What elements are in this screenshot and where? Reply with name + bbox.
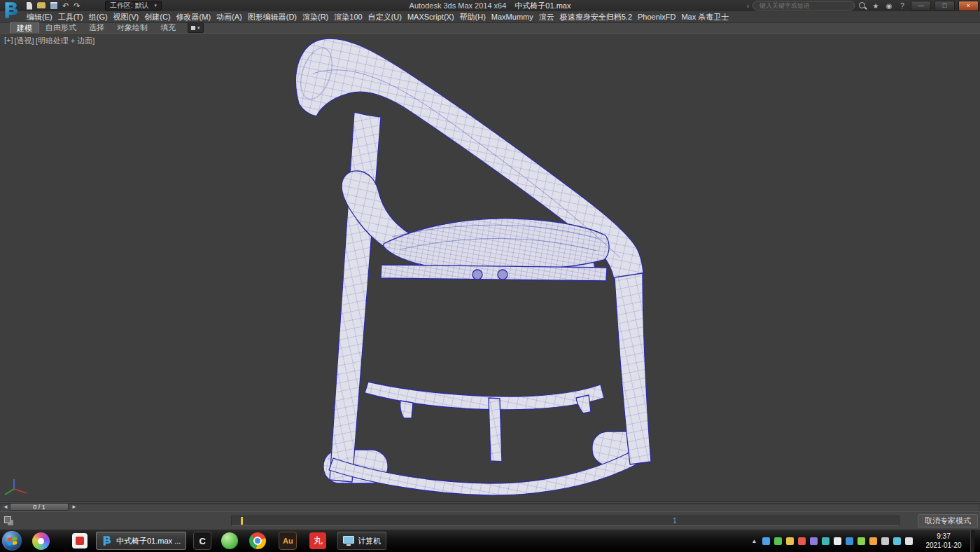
search-input[interactable] xyxy=(758,1,849,10)
document-title: 中式椅子01.max xyxy=(514,1,570,11)
help-icon[interactable]: ? xyxy=(897,2,907,10)
communication-center-icon[interactable]: ◉ xyxy=(884,2,894,10)
previous-frame-button[interactable]: ◄ xyxy=(1,503,10,511)
current-frame-marker[interactable] xyxy=(241,517,243,525)
tray-icon-13[interactable] xyxy=(905,537,913,545)
start-button[interactable] xyxy=(2,531,22,551)
menu-item-group[interactable]: 组(G) xyxy=(86,11,111,22)
chair-hook-right[interactable] xyxy=(576,395,591,413)
chair-seat[interactable] xyxy=(384,219,609,271)
open-file-icon[interactable] xyxy=(37,3,46,8)
audition-icon[interactable]: Au xyxy=(279,532,297,550)
search-icon[interactable] xyxy=(858,1,867,11)
chrome-icon[interactable] xyxy=(249,532,266,549)
clock[interactable]: 9:37 2021-01-20 xyxy=(921,532,966,550)
taskbar-item-3dsmax[interactable]: 中式椅子01.max ... xyxy=(96,532,186,550)
tray-icon-3[interactable] xyxy=(786,537,794,545)
show-desktop-button[interactable] xyxy=(970,530,974,552)
taskbar-item-label: 中式椅子01.max ... xyxy=(116,536,181,546)
tray-icon-9[interactable] xyxy=(858,537,865,545)
search-box[interactable] xyxy=(752,1,855,11)
ribbon-tab-selection[interactable]: 选择 xyxy=(83,22,111,33)
green-browser-icon[interactable] xyxy=(221,532,238,549)
tray-icon-5[interactable] xyxy=(810,537,818,545)
time-slider-handle[interactable]: 0 / 1 xyxy=(10,503,69,511)
tray-icon-2[interactable] xyxy=(774,537,782,545)
track-bar-row: 1 取消专家模式 xyxy=(0,511,980,530)
chair-back-leg[interactable] xyxy=(330,112,381,482)
tray-icon-4[interactable] xyxy=(798,537,806,545)
chair-model[interactable] xyxy=(295,39,651,495)
menu-item-maxmummy[interactable]: MaxMummy xyxy=(489,11,536,22)
ribbon-state-icon xyxy=(191,26,195,30)
chair-seat-rail[interactable] xyxy=(381,265,607,281)
menu-item-create[interactable]: 创建(C) xyxy=(141,11,173,22)
world-axis-gizmo xyxy=(3,476,34,500)
maximize-button[interactable]: □ xyxy=(934,1,955,11)
ribbon-minimize-button[interactable]: ▾ xyxy=(188,22,204,33)
tray-icon-1[interactable] xyxy=(762,537,770,545)
menu-item-slim-archive[interactable]: 极速瘦身安全归档5.2 xyxy=(557,11,635,22)
chair-wireframe-model[interactable] xyxy=(0,34,980,502)
tray-icon-10[interactable] xyxy=(869,537,877,545)
workspace-label: 工作区: 默认 xyxy=(110,1,149,11)
chair-peg-left[interactable] xyxy=(472,270,482,280)
ribbon-tab-freeform[interactable]: 自由形式 xyxy=(39,22,83,33)
menu-item-help[interactable]: 帮助(H) xyxy=(457,11,489,22)
menu-item-graph-editors[interactable]: 图形编辑器(D) xyxy=(245,11,300,22)
pill-app-icon[interactable]: 丸 xyxy=(309,532,326,549)
minimize-button[interactable]: — xyxy=(911,1,931,11)
cancel-expert-mode-button[interactable]: 取消专家模式 xyxy=(918,514,978,527)
viewport-shading-menu[interactable]: [明暗处理 + 边面] xyxy=(36,36,95,46)
menu-item-max-antivirus[interactable]: Max 杀毒卫士 xyxy=(678,11,732,22)
menu-item-maxscript[interactable]: MAXScript(X) xyxy=(405,11,457,22)
save-file-icon[interactable] xyxy=(50,2,57,9)
screen: ↶ ↷ 工作区: 默认 ▾ Autodesk 3ds Max 2014 x64 … xyxy=(0,0,980,552)
close-button[interactable]: × xyxy=(958,1,979,11)
menu-item-render100[interactable]: 渲染100 xyxy=(331,11,365,22)
viewport-pov-menu[interactable]: [透视] xyxy=(15,36,34,46)
viewport-general-menu[interactable]: [+] xyxy=(4,36,13,46)
taskbar: 中式椅子01.max ... C Au 丸 计算机 ▲ 9:37 2021-01… xyxy=(0,530,980,552)
chair-hook-left[interactable] xyxy=(400,401,413,418)
menu-item-phoenixfd[interactable]: PhoenixFD xyxy=(635,11,678,22)
menubar: 编辑(E) 工具(T) 组(G) 视图(V) 创建(C) 修改器(M) 动画(A… xyxy=(0,11,980,23)
system-tray: ▲ 9:37 2021-01-20 xyxy=(750,530,974,552)
hidden-icons-arrow[interactable]: ▲ xyxy=(750,537,758,545)
menu-item-customize[interactable]: 自定义(U) xyxy=(365,11,405,22)
media-app-icon[interactable] xyxy=(32,532,50,550)
menu-item-edit[interactable]: 编辑(E) xyxy=(24,11,55,22)
favorites-star-icon[interactable]: ★ xyxy=(871,2,881,10)
ribbon-tab-modeling[interactable]: 建模 xyxy=(10,22,39,33)
3dsmax-logo[interactable] xyxy=(2,1,21,20)
undo-icon[interactable]: ↶ xyxy=(62,1,69,11)
time-slider-track[interactable] xyxy=(0,503,980,511)
corel-app-icon[interactable]: C xyxy=(193,532,211,550)
tray-icon-7[interactable] xyxy=(834,537,841,545)
menu-item-animation[interactable]: 动画(A) xyxy=(214,11,245,22)
menu-item-views[interactable]: 视图(V) xyxy=(111,11,142,22)
mini-listener-icon[interactable] xyxy=(4,516,15,527)
taskbar-item-computer[interactable]: 计算机 xyxy=(337,532,386,550)
infocenter-collapse-icon[interactable]: › xyxy=(747,2,749,10)
track-bar[interactable]: 1 xyxy=(231,516,899,526)
red-app-icon[interactable] xyxy=(72,533,88,548)
menu-item-modifiers[interactable]: 修改器(M) xyxy=(174,11,214,22)
menu-item-tools[interactable]: 工具(T) xyxy=(55,11,86,22)
tray-icon-8[interactable] xyxy=(846,537,853,545)
perspective-viewport[interactable]: [+] [透视] [明暗处理 + 边面] xyxy=(0,34,980,502)
ribbon-tab-object-paint[interactable]: 对象绘制 xyxy=(111,22,154,33)
menu-item-rendering[interactable]: 渲染(R) xyxy=(300,11,331,22)
tray-icon-11[interactable] xyxy=(881,537,889,545)
ribbon-tab-populate[interactable]: 填充 xyxy=(154,22,182,33)
tray-icon-6[interactable] xyxy=(822,537,830,545)
workspace-dropdown[interactable]: 工作区: 默认 ▾ xyxy=(105,1,162,11)
menu-item-render-cloud[interactable]: 渲云 xyxy=(536,11,557,22)
redo-icon[interactable]: ↷ xyxy=(74,1,80,11)
chair-peg-right[interactable] xyxy=(498,270,507,280)
new-scene-icon[interactable] xyxy=(27,2,32,10)
next-frame-button[interactable]: ► xyxy=(70,503,78,511)
clock-time: 9:37 xyxy=(921,532,966,541)
chair-center-post[interactable] xyxy=(489,398,502,462)
tray-icon-12[interactable] xyxy=(893,537,901,545)
